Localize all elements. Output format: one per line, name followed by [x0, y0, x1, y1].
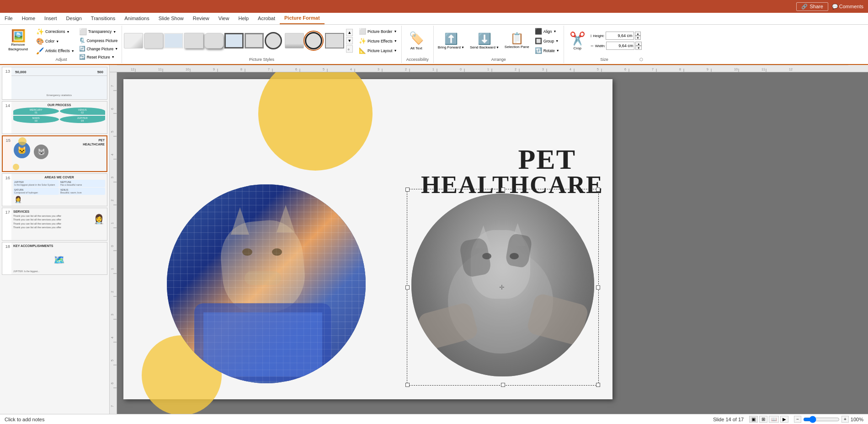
bring-forward-icon: ⬆️ [444, 32, 458, 45]
svg-text:6: 6 [111, 108, 114, 110]
group-button[interactable]: 🔲 Group ▼ [533, 37, 562, 45]
slide-thumb-13[interactable]: 13 50,000 500 Emergency statistics [2, 67, 107, 100]
comments-button[interactable]: 💬 Comments [832, 4, 863, 10]
style-thumb-6[interactable] [224, 33, 244, 48]
style-thumb-10[interactable] [305, 32, 322, 49]
alt-text-button[interactable]: 🏷️ Alt Text [405, 27, 428, 54]
style-thumb-3[interactable] [164, 33, 183, 48]
style-thumb-9[interactable] [285, 33, 304, 48]
change-picture-button[interactable]: 🔄 Change Picture ▼ [77, 45, 120, 53]
slide-panel: 13 50,000 500 Emergency statistics 14 OU… [0, 65, 110, 414]
tab-animations[interactable]: Animations [120, 12, 154, 24]
alt-text-icon: 🏷️ [409, 31, 424, 45]
canvas-area: 12 11 10 9 8 7 6 5 4 [110, 65, 868, 414]
gallery-expand[interactable]: ⬦ [346, 45, 353, 53]
svg-text:4: 4 [111, 337, 114, 338]
style-thumb-8[interactable] [265, 32, 282, 49]
svg-text:6: 6 [111, 382, 114, 384]
accessibility-group: 🏷️ Alt Text Accessibility [402, 26, 434, 63]
share-button[interactable]: 🔗 Share [796, 2, 828, 11]
tab-transitions[interactable]: Transitions [86, 12, 120, 24]
slide-thumb-17[interactable]: 17 SERVICES Thank you can list all the s… [2, 208, 107, 241]
style-thumb-2[interactable] [144, 33, 163, 48]
svg-text:11: 11 [761, 68, 765, 71]
rotate-button[interactable]: 🔃 Rotate ▼ [533, 46, 562, 55]
arrange-group-label: Arrange [434, 57, 564, 62]
style-thumb-7[interactable] [245, 33, 264, 48]
handle-ml [405, 285, 410, 290]
height-input[interactable] [606, 32, 634, 40]
style-thumb-11[interactable] [325, 33, 344, 48]
width-spin-up[interactable]: ▲ [635, 42, 642, 46]
tab-file[interactable]: File [0, 12, 17, 24]
gallery-scroll-up[interactable]: ▲ [346, 29, 353, 36]
width-input[interactable] [606, 42, 634, 50]
slide-thumb-18[interactable]: 18 KEY ACCOMPLISHMENTS 🗺️ JUPITER: Is th… [2, 242, 107, 275]
transparency-button[interactable]: ⬜ Transparency ▼ [77, 27, 120, 36]
height-spin-up[interactable]: ▲ [635, 32, 641, 36]
slide-thumb-14[interactable]: 14 OUR PROCESS MERCURY01 VENUS02 MARS03 … [2, 101, 107, 134]
remove-background-button[interactable]: 🖼️ Remove Background [3, 27, 33, 54]
tab-review[interactable]: Review [188, 12, 214, 24]
align-button[interactable]: ⬛ Align ▼ [533, 27, 562, 36]
handle-mr [596, 285, 600, 290]
zoom-in-button[interactable]: + [841, 416, 849, 423]
picture-layout-button[interactable]: 📐 Picture Layout ▼ [357, 46, 399, 55]
svg-text:1: 1 [432, 68, 434, 71]
adjust-group: 🖼️ Remove Background ✨ Corrections ▼ 🎨 C… [1, 26, 122, 63]
tab-design[interactable]: Design [62, 12, 86, 24]
svg-text:8: 8 [240, 68, 242, 71]
svg-text:7: 7 [111, 405, 114, 407]
handle-bc [501, 383, 505, 387]
zoom-out-button[interactable]: − [794, 416, 801, 423]
tab-slideshow[interactable]: Slide Show [154, 12, 188, 24]
artistic-effects-button[interactable]: 🖌️ Artistic Effects ▼ [34, 46, 76, 55]
picture-styles-group-label: Picture Styles [122, 57, 401, 62]
size-group: ✂️ Crop ↕ Height: ▲ ▼ ↔ Width: [564, 26, 645, 63]
svg-text:8: 8 [679, 68, 681, 71]
picture-border-button[interactable]: ⬜ Picture Border ▼ [357, 27, 399, 36]
bring-forward-button[interactable]: ⬆️ Bring Forward ▼ [436, 27, 467, 54]
svg-text:11: 11 [158, 68, 162, 71]
svg-text:7: 7 [652, 68, 654, 71]
slide-sorter-button[interactable]: ⊞ [759, 416, 767, 423]
slide-thumb-16[interactable]: 16 AREAS WE COVER JUPITERIs the biggest … [2, 173, 107, 206]
notes-label[interactable]: Click to add notes [5, 417, 44, 422]
width-spin-down[interactable]: ▼ [635, 46, 642, 50]
svg-text:6: 6 [295, 68, 297, 71]
height-label-text: Height: [593, 34, 604, 38]
tab-view[interactable]: View [214, 12, 234, 24]
crop-button[interactable]: ✂️ Crop [567, 27, 588, 54]
style-thumb-4[interactable] [184, 33, 203, 48]
selection-pane-button[interactable]: 📋 Selection Pane [502, 27, 532, 54]
style-thumb-5[interactable] [204, 33, 224, 48]
picture-effects-button[interactable]: ✨ Picture Effects ▼ [357, 37, 399, 45]
svg-text:2: 2 [111, 291, 114, 293]
color-button[interactable]: 🎨 Color ▼ [34, 37, 76, 46]
svg-text:10: 10 [734, 68, 738, 71]
reading-view-button[interactable]: 📖 [769, 416, 779, 423]
gallery-scroll-down[interactable]: ▼ [346, 37, 353, 44]
slideshow-button[interactable]: ▶ [780, 416, 788, 423]
size-group-label: Size [564, 57, 645, 62]
tab-home[interactable]: Home [17, 12, 40, 24]
svg-text:5: 5 [323, 68, 325, 71]
normal-view-button[interactable]: ▣ [749, 416, 758, 423]
tab-help[interactable]: Help [234, 12, 253, 24]
slide-canvas[interactable]: PET HEALTHCARE [123, 79, 612, 399]
tab-acrobat[interactable]: Acrobat [253, 12, 280, 24]
compress-picture-button[interactable]: 🗜️ Compress Picture [77, 37, 120, 44]
size-expand-button[interactable]: ⬡ [639, 57, 643, 62]
send-backward-button[interactable]: ⬇️ Send Backward ▼ [468, 27, 501, 54]
height-spin-down[interactable]: ▼ [635, 36, 641, 40]
tab-picture-format[interactable]: Picture Format [280, 12, 325, 24]
svg-text:4: 4 [111, 154, 114, 156]
corrections-button[interactable]: ✨ Corrections ▼ [34, 27, 76, 36]
height-label: ↕ [590, 33, 592, 38]
svg-text:7: 7 [268, 68, 270, 71]
style-thumb-1[interactable] [124, 33, 143, 48]
zoom-slider[interactable] [803, 417, 840, 422]
tab-insert[interactable]: Insert [40, 12, 62, 24]
slide-thumb-15[interactable]: 15 PETHEALTHCARE 🐱 🐱 [2, 135, 107, 172]
accessibility-group-label: Accessibility [402, 57, 433, 62]
